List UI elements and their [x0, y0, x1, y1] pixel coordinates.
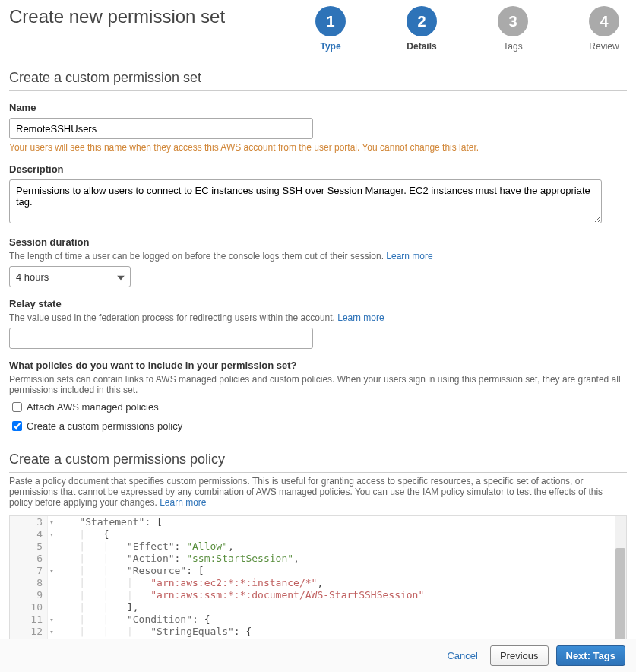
- wizard-step-label: Tags: [503, 41, 522, 52]
- line-number: 8: [10, 577, 48, 589]
- wizard-step-number: 4: [589, 6, 619, 36]
- name-input[interactable]: [9, 118, 313, 139]
- code-content: | | "Condition": {: [55, 613, 210, 626]
- wizard-step-label: Review: [589, 41, 619, 52]
- relay-state-label: Relay state: [9, 298, 627, 309]
- session-learn-more-link[interactable]: Learn more: [386, 251, 432, 262]
- session-duration-select[interactable]: 4 hours: [9, 266, 131, 287]
- relay-state-hint: The value used in the federation process…: [9, 312, 627, 323]
- attach-managed-policies-label[interactable]: Attach AWS managed policies: [27, 401, 159, 413]
- line-number: 7: [10, 565, 48, 577]
- session-duration-hint: The length of time a user can be logged …: [9, 251, 627, 262]
- wizard-steps: 1Type2Details3Tags4Review: [255, 6, 627, 52]
- relay-learn-more-link[interactable]: Learn more: [337, 312, 384, 323]
- custom-policy-hint: Paste a policy document that specifies c…: [9, 476, 627, 508]
- code-line[interactable]: 11▾ | | "Condition": {: [10, 613, 626, 626]
- fold-icon[interactable]: ▾: [48, 565, 55, 577]
- session-duration-label: Session duration: [9, 236, 627, 248]
- wizard-step-tags[interactable]: 3Tags: [490, 6, 536, 52]
- line-number: 3: [10, 516, 48, 528]
- wizard-step-label: Details: [407, 41, 436, 52]
- description-input[interactable]: [9, 179, 602, 223]
- policies-hint: Permission sets can contain links to AWS…: [9, 374, 627, 395]
- wizard-step-type[interactable]: 1Type: [308, 6, 353, 52]
- wizard-step-review[interactable]: 4Review: [581, 6, 627, 52]
- code-line[interactable]: 3▾ "Statement": [: [10, 516, 626, 528]
- wizard-step-number: 1: [315, 6, 346, 36]
- attach-managed-policies-checkbox[interactable]: [12, 402, 22, 412]
- policy-learn-more-link[interactable]: Learn more: [160, 497, 206, 508]
- code-content: | | "Resource": [: [55, 565, 204, 577]
- code-line[interactable]: 5 | | "Effect": "Allow",: [10, 540, 626, 553]
- section-heading-custom-set: Create a custom permission set: [9, 70, 627, 91]
- fold-icon[interactable]: ▾: [48, 613, 55, 626]
- cancel-button[interactable]: Cancel: [447, 650, 477, 661]
- relay-state-input[interactable]: [9, 328, 313, 349]
- line-number: 5: [10, 540, 48, 553]
- fold-icon[interactable]: ▾: [48, 626, 55, 638]
- code-line[interactable]: 7▾ | | "Resource": [: [10, 565, 626, 577]
- code-content: "Statement": [: [55, 516, 163, 528]
- fold-icon[interactable]: ▾: [48, 528, 55, 540]
- code-line[interactable]: 4▾ | {: [10, 528, 626, 540]
- create-custom-policy-label[interactable]: Create a custom permissions policy: [27, 420, 182, 432]
- line-number: 12: [10, 626, 48, 638]
- code-line[interactable]: 6 | | "Action": "ssm:StartSession",: [10, 553, 626, 565]
- code-line[interactable]: 10 | | ],: [10, 601, 626, 613]
- code-content: | | "Effect": "Allow",: [55, 540, 234, 553]
- code-content: | | | "arn:aws:ssm:*:*:document/AWS-Star…: [55, 589, 424, 601]
- code-content: | | ],: [55, 601, 139, 613]
- code-line[interactable]: 12▾ | | | "StringEquals": {: [10, 626, 626, 638]
- policies-question-label: What policies do you want to include in …: [9, 360, 627, 371]
- name-label: Name: [9, 102, 627, 113]
- description-label: Description: [9, 163, 627, 175]
- fold-icon[interactable]: ▾: [48, 516, 55, 528]
- line-number: 11: [10, 613, 48, 626]
- line-number: 10: [10, 601, 48, 613]
- code-line[interactable]: 9 | | | "arn:aws:ssm:*:*:document/AWS-St…: [10, 589, 626, 601]
- previous-button[interactable]: Previous: [490, 645, 549, 666]
- code-content: | | | "StringEquals": {: [55, 626, 252, 638]
- line-number: 4: [10, 528, 48, 540]
- code-content: | | "Action": "ssm:StartSession",: [55, 553, 299, 565]
- name-hint: Your users will see this name when they …: [9, 142, 627, 153]
- code-line[interactable]: 8 | | | "arn:aws:ec2:*:*:instance/*",: [10, 577, 626, 589]
- section-heading-custom-policy: Create a custom permissions policy: [9, 452, 627, 473]
- wizard-step-details[interactable]: 2Details: [399, 6, 445, 52]
- line-number: 9: [10, 589, 48, 601]
- line-number: 6: [10, 553, 48, 565]
- code-content: | {: [55, 528, 109, 540]
- wizard-step-number: 3: [498, 6, 528, 36]
- page-title: Create new permission set: [9, 6, 225, 27]
- code-content: | | | "arn:aws:ec2:*:*:instance/*",: [55, 577, 323, 589]
- next-button[interactable]: Next: Tags: [556, 645, 626, 666]
- wizard-step-number: 2: [407, 6, 437, 36]
- wizard-step-label: Type: [320, 41, 340, 52]
- create-custom-policy-checkbox[interactable]: [12, 421, 22, 431]
- wizard-footer: Cancel Previous Next: Tags: [0, 639, 636, 672]
